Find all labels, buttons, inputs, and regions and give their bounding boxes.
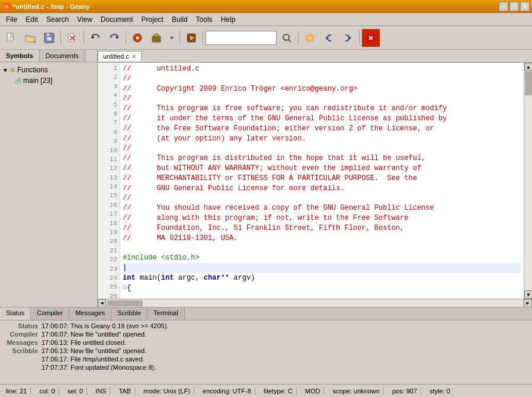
tab-close-icon[interactable]: ✕ bbox=[132, 53, 136, 60]
run-button[interactable] bbox=[182, 29, 200, 47]
toolbar-separator-6 bbox=[298, 31, 299, 45]
scrollbar-thumb[interactable] bbox=[525, 72, 532, 95]
line-num: 20 bbox=[100, 237, 117, 246]
msg-tab-messages[interactable]: Messages bbox=[69, 308, 111, 320]
find-button[interactable] bbox=[278, 29, 296, 47]
msg-tab-scribble[interactable]: Scribble bbox=[111, 308, 148, 320]
tree-root-label: Functions bbox=[17, 66, 48, 74]
line-num: 24 bbox=[100, 274, 117, 283]
compile-button[interactable] bbox=[129, 29, 146, 47]
messages-tabs: Status Compiler Messages Scribble Termin… bbox=[0, 308, 532, 321]
menu-edit[interactable]: Edit bbox=[22, 14, 41, 25]
editor-scrollbar: ▲ ▼ bbox=[524, 63, 532, 299]
status-pos: pos: 907 bbox=[389, 388, 421, 395]
msg-label-compiler: Compiler bbox=[2, 331, 38, 338]
menu-build[interactable]: Build bbox=[168, 14, 191, 25]
line-num: 6 bbox=[100, 110, 117, 119]
undo-button[interactable] bbox=[86, 29, 104, 47]
scrollbar-down-button[interactable]: ▼ bbox=[524, 290, 532, 299]
sidebar-content: ▼ ⚙ Functions 🔗 main [23] bbox=[0, 62, 97, 307]
back-button[interactable] bbox=[320, 29, 338, 47]
editor-tab-label: untitled.c bbox=[103, 53, 129, 60]
toolbar-separator-5 bbox=[203, 31, 203, 45]
msg-tab-terminal[interactable]: Terminal bbox=[148, 308, 185, 320]
code-container: 1 2 3 4 5 6 7 8 9 10 11 12 13 14 15 16 1… bbox=[98, 63, 532, 299]
status-encoding: encoding: UTF-8 bbox=[199, 388, 255, 395]
svg-rect-16 bbox=[152, 37, 161, 42]
close-button[interactable]: ✕ bbox=[520, 2, 530, 11]
menu-file[interactable]: File bbox=[2, 14, 21, 25]
msg-tab-status[interactable]: Status bbox=[0, 308, 31, 320]
messages-content: Status 17:06:07: This is Geany 0.19 (svn… bbox=[0, 321, 532, 384]
tab-symbols[interactable]: Symbols bbox=[0, 50, 40, 62]
tree-functions-root[interactable]: ▼ ⚙ Functions bbox=[2, 65, 95, 75]
sidebar: Symbols Documents ▼ ⚙ Functions 🔗 main [… bbox=[0, 50, 98, 307]
maximize-button[interactable]: □ bbox=[509, 2, 519, 11]
new-file-button[interactable] bbox=[2, 29, 20, 47]
toolbar-separator-1 bbox=[60, 31, 61, 45]
tree-child-label: main [23] bbox=[23, 76, 52, 85]
forward-button[interactable] bbox=[339, 29, 357, 47]
editor-tab-untitled[interactable]: untitled.c ✕ bbox=[98, 51, 142, 61]
minimize-button[interactable]: − bbox=[499, 2, 508, 11]
svg-rect-8 bbox=[47, 37, 52, 41]
stop-button[interactable] bbox=[362, 29, 380, 47]
hscroll-track[interactable] bbox=[107, 300, 523, 307]
titlebar-controls: − □ ✕ bbox=[499, 2, 530, 11]
svg-rect-3 bbox=[8, 37, 12, 37]
msg-text-font: 17:07:37: Font updated (Monospace 8). bbox=[41, 364, 156, 371]
line-num: 3 bbox=[100, 82, 117, 91]
msg-label-scribble: Scribble bbox=[2, 347, 38, 354]
toolbar: ▼ ▼ bbox=[0, 26, 532, 50]
scrollbar-track[interactable] bbox=[524, 71, 532, 290]
msg-tab-compiler[interactable]: Compiler bbox=[31, 308, 69, 320]
open-file-button[interactable]: ▼ bbox=[21, 29, 39, 47]
menu-tools[interactable]: Tools bbox=[193, 14, 216, 25]
build-dropdown[interactable]: ▼ bbox=[166, 29, 177, 47]
toolbar-separator-4 bbox=[180, 31, 180, 45]
msg-label-status: Status bbox=[2, 322, 38, 329]
line-num: 18 bbox=[100, 219, 117, 228]
svg-rect-7 bbox=[46, 33, 50, 36]
editor-tabs: untitled.c ✕ bbox=[98, 50, 532, 63]
close-file-button[interactable] bbox=[63, 29, 81, 47]
status-ins: INS bbox=[92, 388, 110, 395]
menu-document[interactable]: Document bbox=[97, 14, 137, 25]
hscrollbar: ◄ ► bbox=[98, 299, 532, 307]
menu-search[interactable]: Search bbox=[43, 14, 72, 25]
tree-main-item[interactable]: 🔗 main [23] bbox=[2, 75, 95, 86]
status-style: style: 0 bbox=[426, 388, 454, 395]
line-num: 10 bbox=[100, 146, 117, 155]
hscroll-thumb[interactable] bbox=[107, 300, 143, 306]
menu-project[interactable]: Project bbox=[138, 14, 167, 25]
messages-panel: Status Compiler Messages Scribble Termin… bbox=[0, 307, 532, 384]
message-row: Compiler 17:06:07: New file "untitled" o… bbox=[2, 330, 530, 338]
status-line: line: 21 bbox=[2, 388, 31, 395]
line-num: 12 bbox=[100, 164, 117, 173]
msg-text-scribble: 17:06:13: New file "untitled" opened. bbox=[41, 347, 146, 354]
status-filetype: filetype: C bbox=[260, 388, 297, 395]
tab-documents[interactable]: Documents bbox=[40, 50, 85, 62]
svg-line-21 bbox=[289, 40, 291, 42]
app-icon: G bbox=[2, 2, 11, 11]
status-scope: scope: unknown bbox=[329, 388, 384, 395]
menu-help[interactable]: Help bbox=[217, 14, 239, 25]
hscroll-left-button[interactable]: ◄ bbox=[98, 299, 106, 308]
code-editor[interactable]: // untitled.c//// Copyright 2009 Enrico … bbox=[120, 63, 524, 299]
msg-text-messages: 17:06:13: File untitled closed. bbox=[41, 339, 126, 346]
build-button[interactable] bbox=[148, 29, 165, 47]
search-input[interactable] bbox=[209, 34, 274, 41]
color-button[interactable] bbox=[301, 29, 319, 47]
save-file-button[interactable] bbox=[40, 29, 58, 47]
line-num: 16 bbox=[100, 201, 117, 210]
line-numbers: 1 2 3 4 5 6 7 8 9 10 11 12 13 14 15 16 1… bbox=[98, 63, 120, 299]
hscroll-right-button[interactable]: ► bbox=[524, 299, 532, 308]
line-num: 8 bbox=[100, 128, 117, 137]
redo-button[interactable] bbox=[105, 29, 123, 47]
status-mode: mode: Unix (LF) bbox=[140, 388, 194, 395]
line-num: 21 bbox=[100, 246, 117, 255]
menu-view[interactable]: View bbox=[73, 14, 96, 25]
svg-point-20 bbox=[283, 34, 289, 40]
scrollbar-up-button[interactable]: ▲ bbox=[524, 63, 532, 71]
svg-rect-4 bbox=[8, 38, 12, 39]
